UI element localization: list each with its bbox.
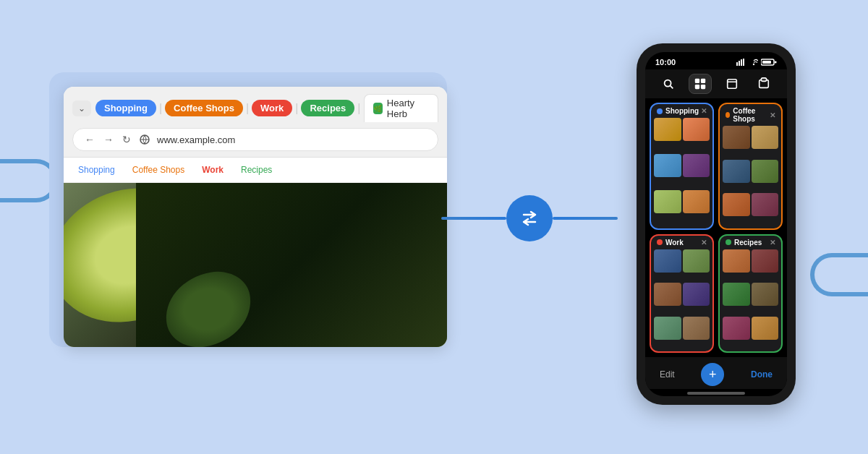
site-icon [138, 133, 151, 146]
svg-rect-18 [761, 78, 766, 82]
thumb-recipes-5 [723, 317, 750, 340]
thumb-recipes-4 [752, 283, 779, 306]
tab-sep-3: | [295, 102, 298, 115]
thumb-work-6 [683, 317, 710, 340]
svg-rect-14 [701, 85, 705, 89]
browser-container: ⌄ Shopping | Coffee Shops | Work | Recip… [49, 72, 447, 347]
card-close-recipes[interactable]: ✕ [770, 239, 775, 247]
svg-rect-12 [701, 79, 705, 83]
browser-window: ⌄ Shopping | Coffee Shops | Work | Recip… [64, 87, 447, 347]
tab-sep-4: | [357, 102, 360, 115]
thumb-shopping-1 [654, 118, 681, 141]
address-bar: ← → ↻ www.example.com [72, 128, 438, 151]
group-chip-recipes[interactable]: Recipes [235, 163, 278, 176]
tab-shopping[interactable]: Shopping [95, 100, 156, 116]
toolbar-profile-button[interactable] [752, 74, 775, 94]
url-display[interactable]: www.example.com [157, 134, 427, 145]
group-chip-coffee[interactable]: Coffee Shops [127, 163, 191, 176]
lime-visual [64, 183, 447, 347]
svg-rect-4 [743, 59, 744, 66]
card-thumbnails-shopping [651, 118, 712, 228]
phone-container: 10:00 [637, 43, 796, 405]
thumb-work-3 [654, 283, 681, 306]
phone-shell: 10:00 [637, 43, 796, 405]
card-dot-shopping [657, 108, 663, 114]
card-close-shopping[interactable]: ✕ [701, 107, 707, 115]
connector-wrapper [441, 195, 618, 241]
svg-point-9 [665, 80, 671, 87]
toolbar-search-button[interactable] [657, 74, 680, 94]
card-thumbnails-work [651, 249, 712, 352]
tab-groups-grid: Shopping ✕ [645, 98, 787, 357]
svg-rect-11 [695, 79, 699, 83]
bottom-done-label[interactable]: Done [751, 369, 773, 380]
browser-tabs: ⌄ Shopping | Coffee Shops | Work | Recip… [72, 94, 438, 122]
thumb-coffee-2 [752, 126, 779, 149]
thumb-shopping-5 [654, 190, 681, 213]
toolbar-grid-button[interactable] [689, 74, 712, 94]
thumb-shopping-2 [683, 118, 710, 141]
thumb-recipes-2 [752, 249, 779, 273]
tab-group-work[interactable]: Work ✕ [650, 234, 714, 354]
tab-group-recipes[interactable]: Recipes ✕ [718, 234, 783, 354]
thumb-recipes-1 [723, 249, 750, 273]
active-tab[interactable]: 🌿 Hearty Herb [364, 94, 439, 122]
tab-group-coffee[interactable]: Coffee Shops ✕ [718, 103, 783, 230]
card-header-shopping-left: Shopping [657, 107, 699, 115]
browser-titlebar: ⌄ Shopping | Coffee Shops | Work | Recip… [64, 87, 447, 158]
svg-rect-13 [695, 85, 699, 89]
deco-line-right [810, 253, 868, 296]
card-close-work[interactable]: ✕ [701, 239, 707, 247]
svg-rect-3 [741, 59, 742, 66]
phone-status-bar: 10:00 [645, 52, 787, 69]
bottom-edit-label[interactable]: Edit [660, 369, 675, 380]
phone-screen: 10:00 [645, 52, 787, 396]
svg-rect-7 [762, 61, 771, 64]
phone-time: 10:00 [655, 58, 676, 67]
thumb-coffee-3 [723, 160, 750, 183]
card-thumbnails-recipes [720, 249, 781, 352]
card-dot-work [657, 239, 663, 245]
card-header-recipes: Recipes ✕ [720, 236, 781, 249]
active-tab-label: Hearty Herb [387, 98, 429, 119]
browser-content [64, 183, 447, 347]
card-header-recipes-left: Recipes [726, 239, 762, 247]
thumb-recipes-3 [723, 283, 750, 306]
card-thumbnails-coffee [720, 126, 781, 228]
group-chip-shopping[interactable]: Shopping [72, 163, 121, 176]
tab-dropdown-button[interactable]: ⌄ [72, 100, 91, 116]
thumb-coffee-1 [723, 126, 750, 149]
group-chip-work[interactable]: Work [196, 163, 229, 176]
toolbar-tab-button[interactable] [720, 74, 744, 94]
card-label-work: Work [665, 239, 684, 247]
tab-recipes[interactable]: Recipes [301, 100, 354, 116]
bottom-plus-button[interactable]: + [701, 363, 724, 386]
connector-line-left [441, 217, 506, 220]
phone-toolbar [645, 69, 787, 98]
thumb-coffee-5 [723, 193, 750, 216]
tab-sep-2: | [246, 102, 249, 115]
thumb-coffee-4 [752, 160, 779, 183]
thumb-shopping-3 [654, 154, 681, 177]
card-header-work: Work ✕ [651, 236, 712, 249]
tab-sep-1: | [159, 102, 162, 115]
card-dot-recipes [726, 239, 731, 245]
card-header-coffee-left: Coffee Shops [726, 107, 770, 123]
card-dot-coffee [726, 112, 730, 118]
svg-line-10 [671, 86, 673, 89]
thumb-shopping-6 [683, 190, 710, 213]
thumb-work-5 [654, 317, 681, 340]
arrow-circle [506, 195, 553, 241]
nav-back-button[interactable]: ← [83, 134, 96, 145]
thumb-coffee-6 [752, 193, 779, 216]
nav-forward-button[interactable]: → [102, 134, 115, 145]
nav-reload-button[interactable]: ↻ [121, 134, 132, 145]
tab-work[interactable]: Work [252, 100, 292, 116]
card-label-recipes: Recipes [734, 239, 762, 247]
tab-coffee[interactable]: Coffee Shops [165, 100, 243, 116]
phone-bottom-bar: Edit + Done [645, 357, 787, 389]
thumb-shopping-4 [683, 154, 710, 177]
card-close-coffee[interactable]: ✕ [770, 111, 775, 119]
connector-line-right [553, 217, 618, 220]
tab-group-shopping[interactable]: Shopping ✕ [650, 103, 714, 230]
